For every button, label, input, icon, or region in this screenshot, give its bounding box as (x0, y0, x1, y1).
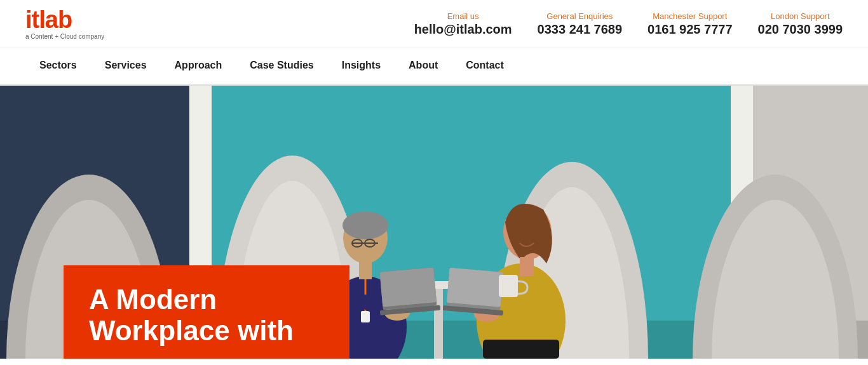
cta-line2: Workplace with (89, 315, 294, 346)
manchester-contact: Manchester Support 0161 925 7777 (648, 11, 732, 37)
london-label[interactable]: London Support (771, 11, 830, 21)
svg-point-18 (342, 211, 388, 239)
svg-rect-30 (483, 340, 559, 359)
manchester-label[interactable]: Manchester Support (653, 11, 727, 21)
logo-area: itlab a Content + Cloud company (25, 8, 104, 40)
london-contact: London Support 020 7030 3999 (758, 11, 843, 37)
general-value: 0333 241 7689 (538, 22, 622, 37)
contact-info: Email us hello@itlab.com General Enquiri… (414, 11, 843, 37)
top-bar: itlab a Content + Cloud company Email us… (0, 0, 868, 48)
logo[interactable]: itlab (25, 8, 72, 32)
nav-item-contact[interactable]: Contact (452, 48, 518, 84)
cta-headline: A Modern Workplace with (89, 284, 324, 346)
svg-rect-22 (359, 260, 372, 279)
london-value: 020 7030 3999 (758, 22, 843, 37)
nav-bar: Sectors Services Approach Case Studies I… (0, 48, 868, 86)
cta-box: A Modern Workplace with (64, 265, 349, 359)
hero-section: A Modern Workplace with (0, 86, 868, 359)
svg-rect-24 (361, 311, 370, 322)
svg-rect-27 (380, 267, 437, 307)
email-label[interactable]: Email us (447, 11, 479, 21)
cta-line1: A Modern (89, 284, 217, 315)
manchester-value: 0161 925 7777 (648, 22, 732, 37)
general-enquiries-contact: General Enquiries 0333 241 7689 (538, 11, 622, 37)
general-label[interactable]: General Enquiries (546, 11, 613, 21)
nav-item-services[interactable]: Services (91, 48, 161, 84)
email-value: hello@itlab.com (414, 22, 512, 37)
logo-subtitle: a Content + Cloud company (25, 33, 104, 40)
nav-item-case-studies[interactable]: Case Studies (236, 48, 327, 84)
nav-item-approach[interactable]: Approach (161, 48, 236, 84)
svg-rect-32 (520, 257, 534, 276)
nav-item-insights[interactable]: Insights (328, 48, 395, 84)
nav-item-about[interactable]: About (395, 48, 452, 84)
svg-rect-37 (499, 275, 518, 297)
nav-item-sectors[interactable]: Sectors (25, 48, 91, 84)
email-contact: Email us hello@itlab.com (414, 11, 512, 37)
svg-rect-35 (447, 268, 503, 307)
